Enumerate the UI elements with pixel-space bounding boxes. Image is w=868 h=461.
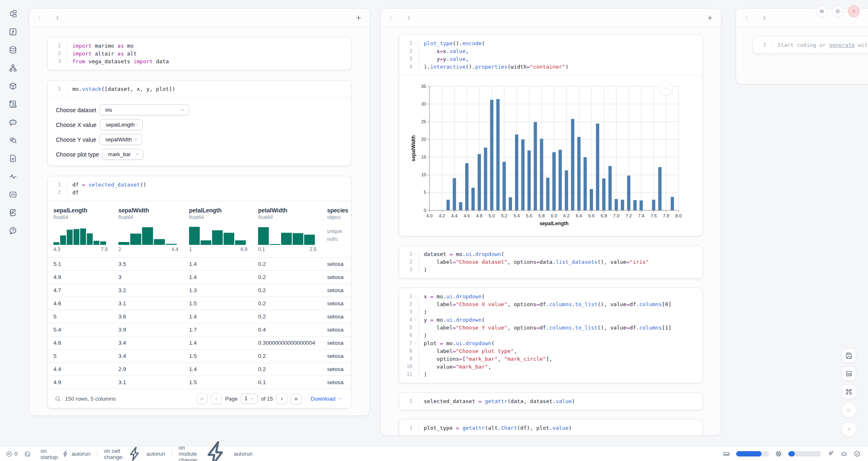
column-forward-button[interactable]	[54, 15, 60, 21]
generate-link[interactable]: generate	[829, 42, 855, 48]
sidebar-item-code-snippet[interactable]	[7, 188, 19, 201]
left-column-header	[29, 9, 369, 27]
play-button[interactable]	[841, 422, 856, 437]
add-cell-button[interactable]	[355, 14, 362, 21]
code-editor[interactable]: 1import marimo as mo2import altair as al…	[48, 37, 351, 70]
table-row[interactable]: 5.13.51.40.2setosa	[48, 257, 351, 270]
first-page-button[interactable]: «	[196, 393, 208, 404]
table-row[interactable]: 5.43.91.70.4setosa	[48, 323, 351, 336]
prev-page-button[interactable]: ‹	[211, 393, 222, 404]
table-cell: 3	[113, 274, 183, 280]
on-module-change-setting[interactable]: on module change: autorun	[172, 438, 264, 461]
sidebar-item-activity-pulse[interactable]	[7, 170, 19, 182]
line-number: 2	[49, 189, 61, 196]
sidebar-item-script-scroll[interactable]	[7, 98, 19, 110]
dependency-graph-icon	[9, 64, 17, 72]
robot-button[interactable]	[840, 450, 847, 457]
robot-icon	[840, 450, 847, 457]
table-cell: 3.4	[113, 353, 183, 359]
table-row[interactable]: 4.63.41.40.30000000000000004setosa	[48, 336, 351, 349]
column-header-species[interactable]: speciesobjectunique:nulls:	[321, 207, 351, 252]
column-back-button[interactable]	[388, 15, 394, 21]
table-cell: 0.4	[252, 327, 321, 333]
table-row[interactable]: 4.93.11.50.1setosa	[48, 376, 351, 389]
on-cell-change-setting[interactable]: on cell change: autorun	[97, 445, 172, 461]
code-editor[interactable]: 1 Start coding or generate with	[753, 37, 868, 53]
setting-label: on cell change:	[104, 448, 124, 460]
column-back-button[interactable]	[37, 15, 43, 21]
altair-bar-chart[interactable]: 4.04.24.44.64.85.05.25.45.65.86.06.26.46…	[410, 81, 697, 231]
menu-button[interactable]	[816, 5, 828, 17]
download-button[interactable]: Download	[308, 395, 344, 402]
left-cell-3: 1df = selected_dataset()2dfsepalLengthfl…	[47, 176, 351, 408]
column-forward-button[interactable]	[761, 15, 767, 21]
close-button[interactable]	[848, 5, 860, 17]
code-editor[interactable]: 1plot_type = getattr(alt.Chart(df), plot…	[399, 420, 702, 436]
table-row[interactable]: 4.42.91.40.2setosa	[48, 362, 351, 376]
sidebar-item-scratchpad[interactable]	[7, 206, 19, 219]
next-page-button[interactable]: ›	[276, 393, 287, 404]
table-row[interactable]: 53.41.50.2setosa	[48, 349, 351, 362]
table-row[interactable]: 4.73.21.30.2setosa	[48, 284, 351, 297]
table-row[interactable]: 4.63.11.50.2setosa	[48, 297, 351, 310]
line-number: 1	[49, 85, 61, 93]
stop-button[interactable]	[841, 403, 856, 418]
table-cell: 4.9	[48, 274, 113, 280]
column-header-sepalLength[interactable]: sepalLengthfloat644.37.9	[48, 207, 113, 252]
middle-cell-3: 1x = mo.ui.dropdown(2 label="Choose X va…	[399, 288, 703, 383]
table-row[interactable]: 4.931.40.2setosa	[48, 270, 351, 284]
page-select[interactable]: 1	[241, 394, 258, 404]
sidebar-item-help-chat[interactable]	[7, 224, 19, 237]
add-cell-button[interactable]	[706, 14, 713, 21]
last-page-button[interactable]: »	[291, 393, 302, 404]
dataset-select[interactable]: iris	[99, 104, 189, 115]
terminal-button[interactable]	[24, 451, 31, 457]
on-startup-setting[interactable]: on startup: autorun	[34, 448, 97, 460]
column-header-sepalWidth[interactable]: sepalWidthfloat6424.4	[113, 207, 183, 252]
column-header-petalLength[interactable]: petalLengthfloat6416.9	[183, 207, 252, 252]
column-back-button[interactable]	[743, 15, 750, 21]
table-search-button[interactable]	[54, 395, 61, 402]
fold-toggle[interactable]	[412, 250, 418, 258]
fold-toggle[interactable]	[412, 39, 418, 47]
x-value-select[interactable]: sepalLength	[100, 119, 143, 130]
sidebar-item-database[interactable]	[7, 44, 19, 56]
svg-text:sepalLength: sepalLength	[540, 221, 569, 226]
sidebar-item-log-search[interactable]	[7, 134, 19, 146]
middle-notebook-column: 1plot_type().encode(2 x=x.value,3 y=y.va…	[380, 8, 721, 436]
errors-indicator[interactable]: 0	[6, 451, 18, 457]
sidebar-item-dependency-graph[interactable]	[7, 62, 19, 74]
code-editor[interactable]: 1plot_type().encode(2 x=x.value,3 y=y.va…	[399, 35, 702, 75]
chevron-down-icon	[135, 152, 139, 157]
code-editor[interactable]: 1df = selected_dataset()2df	[48, 176, 351, 201]
hist-min: 0.1	[258, 247, 265, 252]
code-editor[interactable]: 1dataset = mo.ui.dropdown(2 label="Choos…	[399, 246, 702, 278]
table-cell: setosa	[321, 366, 351, 372]
column-forward-button[interactable]	[406, 15, 412, 21]
command-button[interactable]	[842, 385, 856, 399]
column-header-petalWidth[interactable]: petalWidthfloat640.12.5	[252, 207, 321, 252]
sidebar-item-package-cube[interactable]	[7, 80, 19, 92]
sidebar-item-chat-bot[interactable]	[7, 116, 19, 128]
code-editor[interactable]: 1selected_dataset = getattr(data, datase…	[399, 393, 702, 410]
terminal-icon	[24, 451, 31, 457]
fold-toggle[interactable]	[412, 339, 418, 347]
save-button[interactable]	[842, 348, 856, 363]
fold-toggle[interactable]	[412, 316, 418, 324]
plot-type-select[interactable]: mark_bar	[102, 149, 143, 160]
code-editor[interactable]: 1x = mo.ui.dropdown(2 label="Choose X va…	[399, 288, 702, 383]
code-editor[interactable]: 1mo.vstack([dataset, x, y, plot])	[48, 81, 351, 97]
fold-toggle[interactable]	[412, 293, 418, 300]
sidebar-item-function-square[interactable]	[7, 25, 19, 38]
sparkle-button[interactable]	[827, 450, 834, 457]
y-value-select[interactable]: sepalWidth	[99, 134, 142, 145]
sidebar-item-file-tree[interactable]	[7, 7, 19, 20]
table-row[interactable]: 53.61.40.2setosa	[48, 310, 351, 323]
settings-button[interactable]	[832, 5, 844, 17]
check-circle-button[interactable]	[854, 450, 861, 457]
chart-menu-button[interactable]	[659, 81, 673, 95]
layout-button[interactable]	[842, 366, 856, 381]
left-notebook-column: 1import marimo as mo2import altair as al…	[29, 8, 370, 416]
column-name: sepalLength	[53, 207, 113, 214]
sidebar-item-document[interactable]	[7, 152, 19, 164]
